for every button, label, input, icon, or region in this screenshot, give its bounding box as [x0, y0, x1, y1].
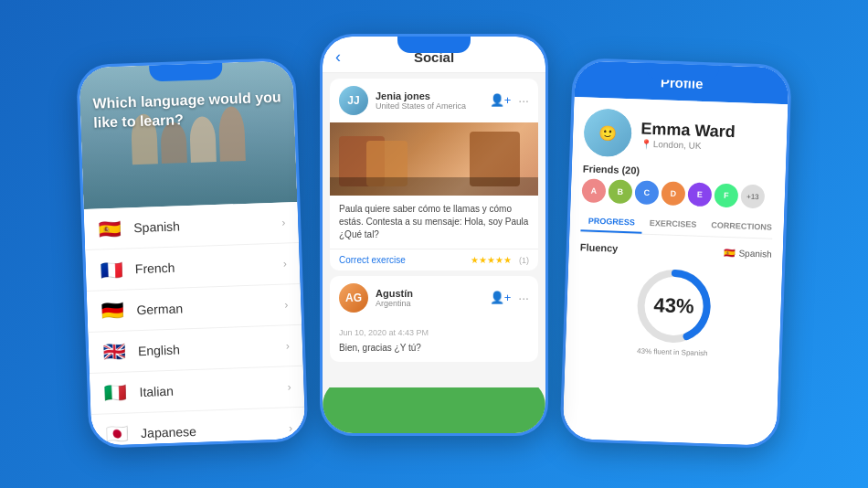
lang-item-spanish[interactable]: 🇪🇸 Spanish › [84, 202, 299, 250]
reply-user-info: Agustín Argentina [376, 288, 482, 308]
fluency-row: Fluency 🇪🇸 Spanish [580, 241, 772, 259]
phone-left: Which language would you like to learn? … [76, 58, 309, 449]
restaurant-scene [330, 122, 538, 196]
flag-german: 🇩🇪 [100, 300, 126, 323]
lang-name-french: French [135, 257, 272, 276]
friends-label: Friends (20) [583, 163, 775, 180]
gauge-sublabel: 43% fluent in Spanish [637, 347, 708, 358]
green-wave [323, 387, 545, 433]
lang-name-english: English [138, 339, 275, 358]
profile-body: 🙂 Emma Ward 📍 London, UK Friends (20) A [562, 97, 788, 446]
back-button[interactable]: ‹ [335, 48, 341, 67]
post-text: Paula quiere saber cómo te llamas y cómo… [330, 196, 538, 249]
friends-section: Friends (20) A B C D E F +13 [582, 163, 775, 208]
tab-progress[interactable]: PROGRESS [580, 211, 642, 233]
profile-tabs: PROGRESS EXERCISES CORRECTIONS [580, 211, 773, 239]
add-friend-icon[interactable]: 👤+ [490, 93, 512, 108]
gauge-container: 43% 43% fluent in Spanish [631, 263, 716, 348]
post-actions: 👤+ ··· [490, 93, 529, 108]
gauge-percent: 43% [653, 293, 694, 319]
hero-section: Which language would you like to learn? [79, 60, 297, 209]
reply-location: Argentina [376, 299, 482, 308]
star-count: (1) [519, 256, 529, 265]
reply-card: AG Agustín Argentina 👤+ ··· Jun 10, 2020… [330, 276, 538, 362]
friend-3: C [634, 180, 659, 205]
phone-center: ‹ Social JJ Jenia jones United States of… [320, 34, 548, 436]
hero-text: Which language would you like to learn? [92, 88, 294, 133]
correct-exercise-row[interactable]: Correct exercise ★★★★★ (1) [330, 249, 538, 271]
notch-center [397, 37, 471, 53]
post-user-info: Jenia jones United States of America [376, 90, 482, 111]
avatar-jenia: JJ [339, 86, 368, 115]
post-username: Jenia jones [376, 90, 482, 101]
friend-5: E [687, 182, 712, 207]
friends-more[interactable]: +13 [740, 184, 765, 208]
reply-timestamp: Jun 10, 2020 at 4:43 PM [339, 327, 529, 339]
phones-container: Which language would you like to learn? … [64, 25, 804, 463]
lang-name-italian: Italian [139, 380, 276, 399]
arrow-japanese: › [289, 421, 292, 434]
tab-exercises[interactable]: EXERCISES [641, 214, 704, 236]
lang-item-japanese[interactable]: 🇯🇵 Japanese › [90, 408, 305, 446]
reply-more-icon[interactable]: ··· [518, 291, 529, 305]
lang-item-french[interactable]: 🇫🇷 French › [85, 243, 300, 292]
gauge-text: 43% [653, 293, 694, 319]
friend-4: D [661, 181, 685, 206]
correct-exercise-label: Correct exercise [339, 255, 406, 265]
reply-actions: 👤+ ··· [490, 291, 529, 305]
post-body-text: Paula quiere saber cómo te llamas y cómo… [339, 203, 529, 241]
tab-corrections[interactable]: CORRECTIONS [704, 216, 779, 239]
profile-user-row: 🙂 Emma Ward 📍 London, UK [583, 108, 777, 162]
friend-2: B [609, 179, 633, 204]
phone-right: Profile 🙂 Emma Ward 📍 London, UK [559, 58, 792, 449]
notch-right [645, 63, 719, 82]
reply-username: Agustín [376, 288, 482, 299]
profile-avatar: 🙂 [583, 108, 632, 157]
lang-item-italian[interactable]: 🇮🇹 Italian › [90, 366, 304, 415]
flag-japanese: 🇯🇵 [104, 422, 131, 445]
social-feed: JJ Jenia jones United States of America … [323, 73, 545, 387]
post-header: JJ Jenia jones United States of America … [330, 79, 538, 122]
spanish-badge: 🇪🇸 Spanish [724, 247, 771, 259]
arrow-german: › [284, 298, 288, 311]
friend-1: A [582, 178, 607, 203]
lang-item-english[interactable]: 🇬🇧 English › [88, 325, 302, 374]
spanish-lang: Spanish [738, 248, 772, 259]
post-card-jenia: JJ Jenia jones United States of America … [330, 79, 538, 271]
language-list: 🇪🇸 Spanish › 🇫🇷 French › 🇩🇪 German › 🇬🇧 [84, 202, 306, 446]
flag-english: 🇬🇧 [101, 341, 128, 364]
more-icon[interactable]: ··· [518, 93, 529, 108]
fluency-label: Fluency [580, 241, 619, 253]
lang-name-japanese: Japanese [141, 421, 278, 440]
notch-left [149, 63, 223, 82]
reply-add-friend-icon[interactable]: 👤+ [490, 291, 512, 305]
arrow-spanish: › [281, 216, 285, 228]
lang-name-german: German [136, 298, 273, 317]
stars: ★★★★★ [471, 255, 512, 265]
reply-body: Bien, gracias ¿Y tú? [339, 342, 529, 355]
avatar-agustin: AG [339, 283, 368, 313]
lang-name-spanish: Spanish [133, 216, 270, 235]
flag-french: 🇫🇷 [99, 259, 125, 281]
arrow-italian: › [287, 380, 291, 393]
flag-spanish: 🇪🇸 [97, 217, 123, 240]
post-location: United States of America [376, 101, 482, 111]
flag-italian: 🇮🇹 [102, 382, 129, 405]
hero-image [79, 60, 297, 209]
friends-avatars: A B C D E F +13 [582, 178, 775, 208]
spanish-flag: 🇪🇸 [724, 247, 735, 257]
post-image [330, 122, 538, 196]
friend-6: F [714, 183, 738, 207]
reply-text: Jun 10, 2020 at 4:43 PM Bien, gracias ¿Y… [330, 320, 538, 362]
lang-item-german[interactable]: 🇩🇪 German › [87, 284, 302, 333]
arrow-english: › [286, 339, 290, 352]
location-icon: 📍 [640, 139, 651, 149]
arrow-french: › [283, 257, 287, 270]
reply-header: AG Agustín Argentina 👤+ ··· [330, 276, 538, 320]
